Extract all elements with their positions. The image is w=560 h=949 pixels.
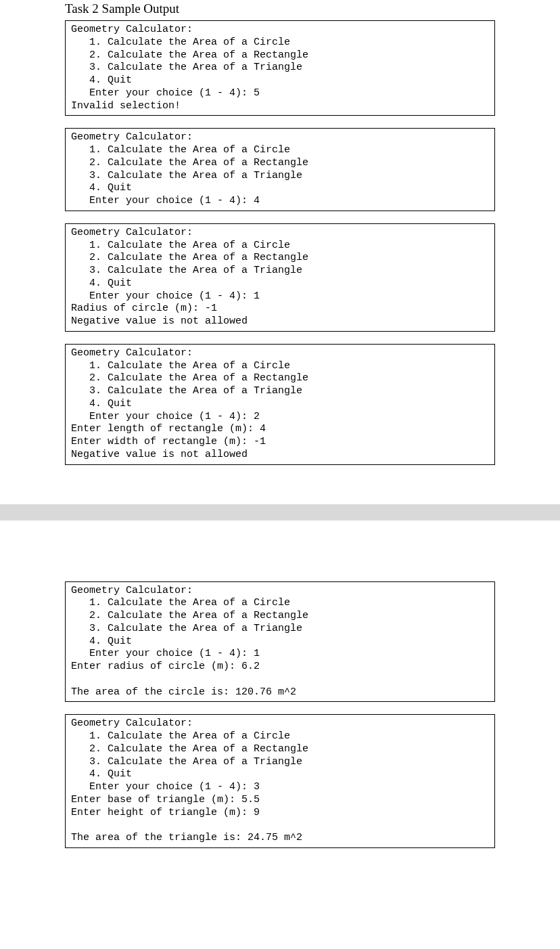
sample-output-box-3: Geometry Calculator: 1. Calculate the Ar… (65, 223, 495, 332)
sample-output-box-1: Geometry Calculator: 1. Calculate the Ar… (65, 20, 495, 116)
sample-output-box-5: Geometry Calculator: 1. Calculate the Ar… (65, 581, 495, 703)
page-break (0, 504, 560, 521)
sample-output-box-4: Geometry Calculator: 1. Calculate the Ar… (65, 344, 495, 465)
sample-output-box-2: Geometry Calculator: 1. Calculate the Ar… (65, 128, 495, 211)
section-heading: Task 2 Sample Output (65, 1, 495, 16)
sample-output-box-6: Geometry Calculator: 1. Calculate the Ar… (65, 714, 495, 848)
